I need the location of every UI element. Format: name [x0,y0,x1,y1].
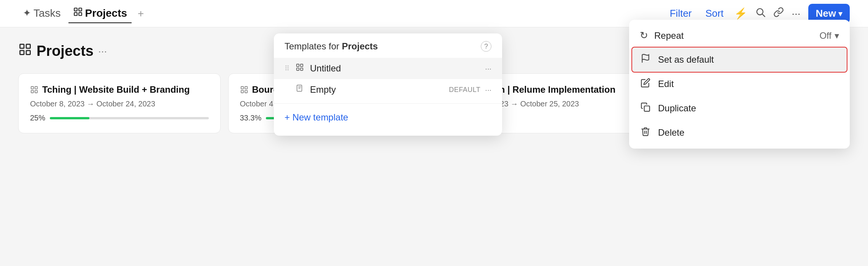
card-2-pct: 33.3% [240,114,262,122]
templates-dropdown: Templates for Projects ? ⠿ Untitled ··· … [274,33,502,136]
empty-template-name: Empty [310,84,443,95]
tab-projects[interactable]: Projects [68,4,132,23]
svg-rect-10 [31,87,33,89]
svg-rect-15 [245,87,247,89]
context-menu-item-set-default[interactable]: Set as default [632,48,847,72]
template-row-empty[interactable]: ⠿ Empty DEFAULT ··· [274,79,502,100]
empty-template-actions: DEFAULT ··· [449,86,491,94]
new-button-label: New [816,8,836,19]
svg-rect-2 [74,13,77,16]
filter-button[interactable]: Filter [667,6,695,21]
projects-icon [73,7,83,19]
tab-projects-label: Projects [85,7,127,19]
svg-rect-1 [79,8,82,11]
empty-template-icon [296,84,304,95]
repeat-chevron-icon: ▾ [835,30,839,41]
svg-rect-30 [644,106,650,111]
card-1-title: Tching | Website Build + Branding [30,84,209,95]
sort-button[interactable]: Sort [703,6,727,21]
svg-rect-17 [245,90,247,93]
new-template-label: + New template [285,112,348,123]
repeat-value: Off [819,30,831,41]
new-button-chevron: ▾ [838,9,842,18]
project-card-1[interactable]: Tching | Website Build + Branding Octobe… [18,73,221,133]
card-1-date: October 8, 2023 → October 24, 2023 [30,100,209,108]
new-template-button[interactable]: + New template [274,107,502,128]
edit-label: Edit [658,79,839,89]
svg-rect-22 [297,64,299,66]
svg-rect-16 [241,90,243,93]
empty-template-dots[interactable]: ··· [485,86,491,94]
untitled-template-name: Untitled [310,63,479,74]
card-1-pct: 25% [30,114,45,122]
set-default-icon [640,54,651,66]
svg-rect-24 [297,68,299,70]
more-options-icon[interactable]: ··· [792,8,800,20]
lightning-icon[interactable]: ⚡ [734,7,747,20]
card-1-bar-bg [50,117,208,119]
tab-bar: ✦ Tasks Projects + [18,4,147,23]
duplicate-icon [640,102,651,114]
repeat-label: Repeat [654,30,684,41]
svg-line-5 [762,14,765,16]
context-menu: ↻ Repeat Off ▾ Set as default Edit Dupli… [629,20,850,149]
untitled-template-actions: ··· [485,64,491,73]
svg-rect-7 [26,44,30,49]
svg-rect-3 [79,13,82,16]
context-menu-item-duplicate[interactable]: Duplicate [629,96,850,120]
svg-rect-0 [74,8,77,11]
svg-rect-9 [26,51,30,55]
svg-rect-11 [35,87,37,89]
templates-help-icon[interactable]: ? [481,41,491,52]
default-badge: DEFAULT [449,86,480,94]
context-menu-item-edit[interactable]: Edit [629,72,850,96]
tab-tasks[interactable]: ✦ Tasks [18,4,65,23]
search-icon[interactable] [755,7,766,20]
link-icon[interactable] [773,7,784,20]
page-title-icon [18,43,32,60]
svg-rect-25 [300,68,303,70]
delete-label: Delete [658,127,839,138]
svg-rect-13 [35,90,37,93]
card-1-bar-fill [50,117,89,119]
repeat-icon: ↻ [640,30,648,41]
edit-icon [640,78,651,90]
delete-icon [640,127,651,139]
duplicate-label: Duplicate [658,103,839,114]
untitled-template-icon [296,63,304,74]
untitled-template-dots[interactable]: ··· [485,64,491,73]
templates-title: Templates for Projects [285,41,378,52]
tasks-icon: ✦ [23,7,31,19]
page-more-dots[interactable]: ··· [98,45,107,57]
svg-rect-14 [241,87,243,89]
svg-rect-8 [20,51,24,55]
page-title-text: Projects [37,43,94,59]
svg-rect-6 [20,44,24,49]
templates-header: Templates for Projects ? [274,41,502,58]
template-row-untitled[interactable]: ⠿ Untitled ··· [274,58,502,79]
templates-divider [274,103,502,104]
context-menu-item-repeat[interactable]: ↻ Repeat Off ▾ [629,24,850,48]
add-tab-button[interactable]: + [135,6,147,21]
set-default-label: Set as default [658,54,839,65]
svg-rect-23 [300,64,303,66]
tab-tasks-label: Tasks [33,7,61,19]
drag-handle-icon: ⠿ [285,64,289,73]
card-1-progress: 25% [30,114,209,122]
svg-rect-12 [31,90,33,93]
context-menu-item-delete[interactable]: Delete [629,120,850,145]
